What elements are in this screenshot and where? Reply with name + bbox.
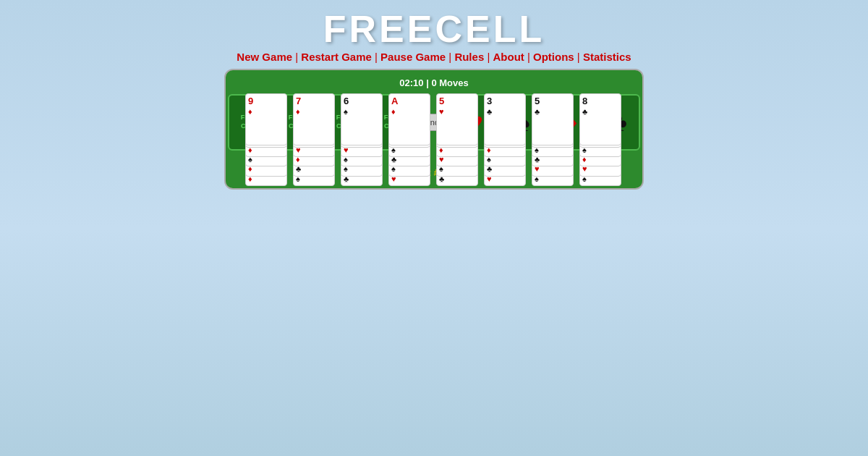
nav-restart-game[interactable]: Restart Game bbox=[301, 51, 372, 63]
card[interactable]: 5♣ bbox=[532, 93, 574, 145]
nav-new-game[interactable]: New Game bbox=[237, 51, 292, 63]
nav-options[interactable]: Options bbox=[533, 51, 574, 63]
nav-pause-game[interactable]: Pause Game bbox=[380, 51, 446, 63]
card[interactable]: 8♣ bbox=[579, 93, 621, 145]
card[interactable]: 7♦ bbox=[293, 93, 335, 145]
nav-statistics[interactable]: Statistics bbox=[583, 51, 631, 63]
nav-bar: New Game | Restart Game | Pause Game | R… bbox=[237, 51, 631, 63]
nav-about[interactable]: About bbox=[493, 51, 524, 63]
timer-bar: 02:10 | 0 Moves bbox=[399, 77, 468, 88]
nav-rules[interactable]: Rules bbox=[454, 51, 484, 63]
card[interactable]: 9♦ bbox=[245, 93, 287, 145]
card[interactable]: 6♠ bbox=[341, 93, 383, 145]
card[interactable]: 3♣ bbox=[484, 93, 526, 145]
card[interactable]: A♦ bbox=[388, 93, 430, 145]
game-board: 02:10 | 0 Moves FREECELL FREECELL FREECE… bbox=[224, 69, 644, 190]
top-row: FREECELL FREECELL FREECELL FREECELL Undo… bbox=[228, 94, 640, 151]
game-title: FREECELL bbox=[323, 7, 545, 51]
card[interactable]: 5♥ bbox=[436, 93, 478, 145]
